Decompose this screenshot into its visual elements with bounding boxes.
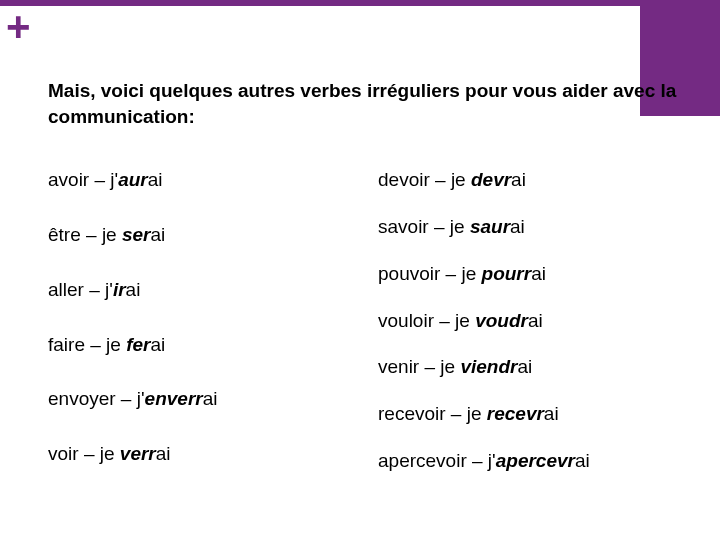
plus-icon: + bbox=[6, 6, 31, 48]
top-accent-bar bbox=[0, 0, 720, 6]
verb-ending: ai bbox=[148, 169, 163, 190]
verb-stem: viendr bbox=[460, 356, 517, 377]
infinitive: faire – bbox=[48, 334, 106, 355]
infinitive: savoir – bbox=[378, 216, 450, 237]
verb-stem: voudr bbox=[475, 310, 528, 331]
verb-line: vouloir – je voudrai bbox=[378, 310, 690, 333]
verb-stem: aur bbox=[118, 169, 148, 190]
infinitive: venir – bbox=[378, 356, 440, 377]
verb-ending: ai bbox=[531, 263, 546, 284]
verb-stem: enverr bbox=[145, 388, 203, 409]
right-verb-column: devoir – je devraisavoir – je sauraipouv… bbox=[378, 169, 690, 498]
infinitive: voir – bbox=[48, 443, 100, 464]
verb-ending: ai bbox=[150, 334, 165, 355]
infinitive: envoyer – bbox=[48, 388, 137, 409]
pronoun-prefix: je bbox=[455, 310, 475, 331]
verb-line: pouvoir – je pourrai bbox=[378, 263, 690, 286]
verb-stem: pourr bbox=[482, 263, 532, 284]
verb-ending: ai bbox=[517, 356, 532, 377]
pronoun-prefix: je bbox=[100, 443, 120, 464]
pronoun-prefix: j' bbox=[137, 388, 145, 409]
pronoun-prefix: je bbox=[461, 263, 481, 284]
verb-ending: ai bbox=[511, 169, 526, 190]
pronoun-prefix: je bbox=[467, 403, 487, 424]
verb-stem: saur bbox=[470, 216, 510, 237]
verb-stem: apercevr bbox=[496, 450, 575, 471]
infinitive: avoir – bbox=[48, 169, 110, 190]
verb-ending: ai bbox=[544, 403, 559, 424]
verb-ending: ai bbox=[156, 443, 171, 464]
verb-ending: ai bbox=[203, 388, 218, 409]
infinitive: recevoir – bbox=[378, 403, 467, 424]
verb-stem: recevr bbox=[487, 403, 544, 424]
verb-stem: devr bbox=[471, 169, 511, 190]
pronoun-prefix: je bbox=[450, 216, 470, 237]
verb-line: savoir – je saurai bbox=[378, 216, 690, 239]
verb-stem: ir bbox=[113, 279, 126, 300]
pronoun-prefix: je bbox=[106, 334, 126, 355]
verb-stem: ser bbox=[122, 224, 151, 245]
infinitive: pouvoir – bbox=[378, 263, 461, 284]
left-verb-column: avoir – j'auraiêtre – je seraialler – j'… bbox=[48, 169, 358, 498]
infinitive: aller – bbox=[48, 279, 105, 300]
pronoun-prefix: je bbox=[440, 356, 460, 377]
infinitive: devoir – bbox=[378, 169, 451, 190]
verb-line: aller – j'irai bbox=[48, 279, 358, 302]
verb-line: venir – je viendrai bbox=[378, 356, 690, 379]
verb-line: apercevoir – j'apercevrai bbox=[378, 450, 690, 473]
verb-ending: ai bbox=[150, 224, 165, 245]
slide-content: Mais, voici quelques autres verbes irrég… bbox=[48, 78, 690, 498]
verb-line: voir – je verrai bbox=[48, 443, 358, 466]
pronoun-prefix: j' bbox=[110, 169, 118, 190]
verb-line: faire – je ferai bbox=[48, 334, 358, 357]
pronoun-prefix: j' bbox=[105, 279, 113, 300]
verb-ending: ai bbox=[575, 450, 590, 471]
verb-line: recevoir – je recevrai bbox=[378, 403, 690, 426]
pronoun-prefix: j' bbox=[488, 450, 496, 471]
infinitive: apercevoir – bbox=[378, 450, 488, 471]
verb-stem: fer bbox=[126, 334, 150, 355]
slide-heading: Mais, voici quelques autres verbes irrég… bbox=[48, 78, 690, 129]
verb-columns: avoir – j'auraiêtre – je seraialler – j'… bbox=[48, 169, 690, 498]
verb-stem: verr bbox=[120, 443, 156, 464]
infinitive: vouloir – bbox=[378, 310, 455, 331]
pronoun-prefix: je bbox=[451, 169, 471, 190]
verb-line: envoyer – j'enverrai bbox=[48, 388, 358, 411]
verb-line: être – je serai bbox=[48, 224, 358, 247]
infinitive: être – bbox=[48, 224, 102, 245]
verb-ending: ai bbox=[528, 310, 543, 331]
verb-line: devoir – je devrai bbox=[378, 169, 690, 192]
verb-ending: ai bbox=[126, 279, 141, 300]
pronoun-prefix: je bbox=[102, 224, 122, 245]
verb-line: avoir – j'aurai bbox=[48, 169, 358, 192]
verb-ending: ai bbox=[510, 216, 525, 237]
